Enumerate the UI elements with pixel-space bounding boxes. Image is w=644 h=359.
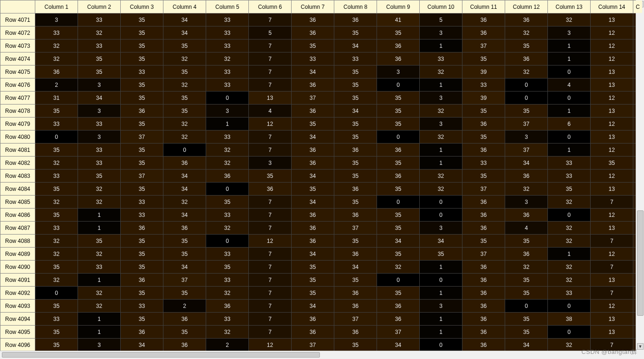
data-cell[interactable]: 13 [591,183,633,196]
data-cell[interactable]: 36 [462,144,505,157]
data-cell[interactable]: 3 [206,104,249,117]
data-cell[interactable]: 33 [35,313,78,326]
data-cell[interactable]: 33 [78,144,121,157]
data-cell[interactable]: 32 [35,52,78,65]
scroll-down-arrow-icon[interactable]: ▼ [637,343,644,350]
row-header[interactable]: Row 4094 [0,313,35,326]
data-cell[interactable]: 0 [548,131,591,144]
data-cell[interactable]: 3 [78,104,121,117]
data-cell[interactable]: 12 [591,300,633,313]
data-cell[interactable]: 7 [249,13,292,26]
data-cell[interactable]: 7 [249,222,292,235]
data-cell[interactable]: 35 [163,248,206,261]
data-cell[interactable]: 34 [163,209,206,222]
data-cell[interactable]: 32 [206,157,249,170]
data-cell[interactable]: 33 [206,39,249,52]
data-cell[interactable]: 0 [548,209,591,222]
data-cell[interactable]: 35 [334,26,377,39]
column-header[interactable]: Column 3 [121,0,163,13]
data-cell[interactable]: 6 [548,117,591,131]
data-cell[interactable]: 36 [334,287,377,300]
data-cell[interactable]: 36 [462,326,505,339]
data-cell[interactable]: 34 [163,261,206,274]
row-header[interactable]: Row 4093 [0,300,35,313]
data-cell[interactable]: 36 [163,313,206,326]
data-cell[interactable]: 35 [35,339,78,351]
data-cell[interactable]: 1 [420,287,462,300]
data-cell[interactable]: 36 [377,313,420,326]
data-cell[interactable]: 3 [78,339,121,351]
data-cell[interactable]: 36 [505,248,548,261]
row-header[interactable]: Row 4089 [0,248,35,261]
data-cell[interactable]: 32 [420,65,462,78]
data-cell[interactable]: 35 [334,274,377,287]
data-cell[interactable]: 12 [591,144,633,157]
data-cell[interactable]: 35 [163,235,206,248]
row-header[interactable]: Row 4071 [0,13,35,26]
column-header[interactable]: Column 12 [505,0,548,13]
data-cell[interactable]: 32 [548,196,591,209]
data-cell[interactable]: 32 [505,65,548,78]
data-cell[interactable]: 35 [78,170,121,183]
data-cell[interactable]: 1 [78,274,121,287]
data-cell[interactable]: 34 [163,26,206,39]
data-cell[interactable]: 35 [121,91,163,104]
data-cell[interactable]: 3 [420,91,462,104]
data-cell[interactable]: 36 [377,39,420,52]
data-cell[interactable]: 13 [591,274,633,287]
row-header[interactable]: Row 4087 [0,222,35,235]
data-cell[interactable]: 0 [163,144,206,157]
data-cell[interactable]: 37 [163,274,206,287]
data-cell[interactable]: 35 [548,183,591,196]
data-cell[interactable]: 7 [249,39,292,52]
data-cell[interactable]: 7 [249,65,292,78]
data-cell[interactable]: 36 [249,183,292,196]
vertical-scroll-thumb[interactable] [637,210,644,316]
data-cell[interactable]: 35 [121,144,163,157]
data-cell[interactable]: 3 [548,26,591,39]
data-cell[interactable]: 35 [377,248,420,261]
data-cell[interactable]: 35 [505,313,548,326]
data-cell[interactable]: 35 [505,326,548,339]
data-cell[interactable]: 33 [206,274,249,287]
data-cell[interactable]: 35 [121,39,163,52]
data-cell[interactable]: 35 [377,209,420,222]
data-cell[interactable]: 7 [249,261,292,274]
data-cell[interactable]: 1 [548,248,591,261]
data-cell[interactable]: 35 [78,235,121,248]
data-cell[interactable]: 32 [35,235,78,248]
data-cell[interactable]: 37 [462,39,505,52]
data-cell[interactable]: 36 [121,274,163,287]
data-cell[interactable]: 32 [548,235,591,248]
data-cell[interactable]: 36 [462,287,505,300]
data-cell[interactable]: 36 [334,209,377,222]
data-cell[interactable]: 12 [249,235,292,248]
data-cell[interactable]: 36 [121,222,163,235]
data-cell[interactable]: 32 [206,222,249,235]
data-cell[interactable]: 3 [78,131,121,144]
data-cell[interactable]: 12 [249,339,292,351]
data-cell[interactable]: 36 [505,52,548,65]
row-header[interactable]: Row 4086 [0,209,35,222]
data-cell[interactable]: 35 [377,157,420,170]
data-cell[interactable]: 3 [505,196,548,209]
data-cell[interactable]: 34 [163,183,206,196]
data-cell[interactable]: 35 [334,339,377,351]
data-cell[interactable]: 32 [420,131,462,144]
data-cell[interactable]: 36 [377,300,420,313]
data-cell[interactable]: 12 [591,39,633,52]
vertical-scrollbar[interactable]: ▲ ▼ [636,0,644,351]
data-cell[interactable]: 35 [462,52,505,65]
data-cell[interactable]: 32 [548,222,591,235]
data-cell[interactable]: 32 [163,52,206,65]
data-cell[interactable]: 34 [163,13,206,26]
data-cell[interactable]: 36 [462,209,505,222]
data-cell[interactable]: 36 [462,222,505,235]
data-cell[interactable]: 33 [548,170,591,183]
data-cell[interactable]: 34 [420,235,462,248]
data-cell[interactable]: 36 [292,209,334,222]
data-cell[interactable]: 4 [505,222,548,235]
column-header[interactable]: Column 2 [78,0,121,13]
data-cell[interactable]: 0 [420,339,462,351]
data-cell[interactable]: 36 [505,13,548,26]
